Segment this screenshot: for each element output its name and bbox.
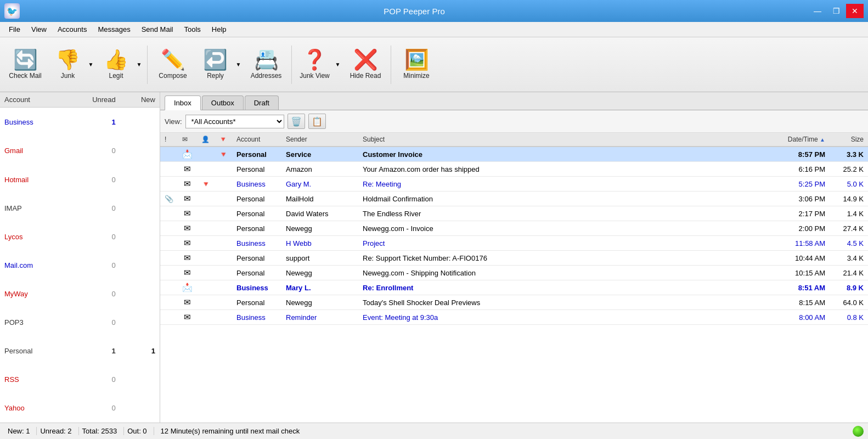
- envelope-cell: ✉: [178, 162, 197, 177]
- account-row[interactable]: IMAP0: [0, 194, 160, 222]
- tab-inbox[interactable]: Inbox: [165, 95, 201, 110]
- account-cell: Personal: [232, 162, 281, 177]
- junk-button[interactable]: 👎 Junk: [48, 41, 87, 89]
- reply-button[interactable]: ↩️ Reply: [196, 41, 234, 89]
- account-name[interactable]: IMAP: [0, 194, 65, 222]
- col-subject[interactable]: Subject: [358, 133, 769, 147]
- tab-outbox[interactable]: Outbox: [202, 95, 244, 110]
- email-row[interactable]: ✉BusinessReminderEvent: Meeting at 9:30a…: [160, 310, 868, 325]
- flag-cell: [215, 206, 232, 221]
- close-window-button[interactable]: ✕: [846, 4, 864, 18]
- col-priority[interactable]: !: [160, 133, 178, 147]
- menu-view[interactable]: View: [26, 24, 52, 35]
- date-cell: 2:17 PM: [769, 206, 830, 221]
- junk-view-button[interactable]: ❓ Junk View: [295, 41, 334, 89]
- email-row[interactable]: ✉PersonalNeweggToday's Shell Shocker Dea…: [160, 295, 868, 310]
- account-row[interactable]: Business1: [0, 108, 160, 137]
- subject-cell: Today's Shell Shocker Deal Previews: [358, 295, 769, 310]
- menu-accounts[interactable]: Accounts: [52, 24, 92, 35]
- reply-dropdown-arrow[interactable]: ▼: [234, 41, 243, 89]
- email-row[interactable]: 📩BusinessMary L.Re: Enrollment8:51 AM8.9…: [160, 280, 868, 295]
- minimize-button[interactable]: 🖼️ Minimize: [394, 41, 438, 89]
- restore-window-button[interactable]: ❒: [827, 4, 845, 18]
- priority-cell: [160, 295, 178, 310]
- menu-send-mail[interactable]: Send Mail: [136, 24, 179, 35]
- account-row[interactable]: Mail.com0: [0, 251, 160, 279]
- account-name[interactable]: Personal: [0, 337, 65, 365]
- col-unread: Unread: [65, 92, 120, 108]
- email-row[interactable]: ✉PersonalsupportRe: Support Ticket Numbe…: [160, 251, 868, 266]
- contact-cell: [197, 266, 215, 280]
- size-cell: 64.0 K: [830, 295, 868, 310]
- hide-read-button[interactable]: ❌ Hide Read: [343, 41, 387, 89]
- account-row[interactable]: Hotmail0: [0, 165, 160, 194]
- accounts-table: Account Unread New Business1Gmail0Hotmai…: [0, 92, 160, 423]
- email-row[interactable]: ✉PersonalNeweggNewegg.com - Shipping Not…: [160, 266, 868, 280]
- contact-cell: [197, 221, 215, 236]
- account-unread: 0: [65, 137, 120, 165]
- junk-view-button-group: ❓ Junk View ▼: [295, 41, 342, 89]
- account-row[interactable]: Lycos0: [0, 222, 160, 251]
- account-row[interactable]: MyWay0: [0, 279, 160, 308]
- legit-label: Legit: [109, 72, 123, 80]
- col-flag[interactable]: 🔻: [215, 133, 232, 147]
- col-contact[interactable]: 👤: [197, 133, 215, 147]
- account-row[interactable]: Gmail0: [0, 137, 160, 165]
- account-cell: Personal: [232, 266, 281, 280]
- delete-icon-btn[interactable]: 🗑️: [288, 114, 305, 129]
- account-row[interactable]: Personal11: [0, 337, 160, 365]
- contact-cell: [197, 236, 215, 251]
- tab-draft[interactable]: Draft: [245, 95, 279, 110]
- email-row[interactable]: ✉PersonalDavid WatersThe Endless River2:…: [160, 206, 868, 221]
- email-row[interactable]: 📎✉PersonalMailHoldHoldmail Confirmation3…: [160, 192, 868, 206]
- compose-button[interactable]: ✏️ Compose: [151, 41, 195, 89]
- check-mail-button[interactable]: 🔄 Check Mail: [3, 41, 47, 89]
- flag-cell: [215, 192, 232, 206]
- email-row[interactable]: ✉PersonalNeweggNewegg.com - Invoice2:00 …: [160, 221, 868, 236]
- account-name[interactable]: Business: [0, 108, 65, 137]
- account-cell: Personal: [232, 192, 281, 206]
- account-name[interactable]: Yahoo: [0, 394, 65, 423]
- legit-button[interactable]: 👍 Legit: [97, 41, 135, 89]
- account-cell: Personal: [232, 221, 281, 236]
- col-envelope[interactable]: ✉: [178, 133, 197, 147]
- read-icon-btn[interactable]: 📋: [308, 114, 326, 129]
- account-name[interactable]: RSS: [0, 365, 65, 394]
- account-row[interactable]: RSS0: [0, 365, 160, 394]
- account-unread: 0: [65, 394, 120, 423]
- menu-help[interactable]: Help: [206, 24, 232, 35]
- status-new: New: 1: [4, 427, 37, 435]
- envelope-cell: 📩: [178, 147, 197, 162]
- main-area: Account Unread New Business1Gmail0Hotmai…: [0, 92, 868, 423]
- email-row[interactable]: ✉PersonalAmazonYour Amazon.com order has…: [160, 162, 868, 177]
- account-name[interactable]: MyWay: [0, 279, 65, 308]
- account-row[interactable]: Yahoo0: [0, 394, 160, 423]
- email-row[interactable]: ✉🔻BusinessGary M.Re: Meeting5:25 PM5.0 K: [160, 177, 868, 192]
- menu-tools[interactable]: Tools: [178, 24, 206, 35]
- account-name[interactable]: Hotmail: [0, 165, 65, 194]
- view-select[interactable]: *All Accounts*: [185, 115, 284, 128]
- col-datetime[interactable]: Date/Time ▲: [769, 133, 830, 147]
- col-sender[interactable]: Sender: [281, 133, 358, 147]
- account-name[interactable]: Lycos: [0, 222, 65, 251]
- account-name[interactable]: Mail.com: [0, 251, 65, 279]
- minimize-window-button[interactable]: —: [809, 4, 826, 18]
- email-table-wrap[interactable]: ! ✉ 👤 🔻 Account Sender Subject Date/Time…: [160, 133, 868, 423]
- email-row[interactable]: 📩🔻PersonalServiceCustomer Invoice8:57 PM…: [160, 147, 868, 162]
- account-name[interactable]: POP3: [0, 308, 65, 337]
- col-size[interactable]: Size: [830, 133, 868, 147]
- col-account-header[interactable]: Account: [232, 133, 281, 147]
- junk-dropdown-arrow[interactable]: ▼: [87, 41, 95, 89]
- account-cell: Business: [232, 280, 281, 295]
- menu-messages[interactable]: Messages: [92, 24, 136, 35]
- account-name[interactable]: Gmail: [0, 137, 65, 165]
- contact-cell: 🔻: [197, 177, 215, 192]
- email-row[interactable]: ✉BusinessH WebbProject11:58 AM4.5 K: [160, 236, 868, 251]
- menu-file[interactable]: File: [3, 24, 26, 35]
- legit-dropdown-arrow[interactable]: ▼: [135, 41, 144, 89]
- junk-view-dropdown-arrow[interactable]: ▼: [334, 41, 342, 89]
- addresses-button[interactable]: 📇 Addresses: [244, 41, 288, 89]
- col-new: New: [120, 92, 160, 108]
- account-row[interactable]: POP30: [0, 308, 160, 337]
- subject-cell: Event: Meeting at 9:30a: [358, 310, 769, 325]
